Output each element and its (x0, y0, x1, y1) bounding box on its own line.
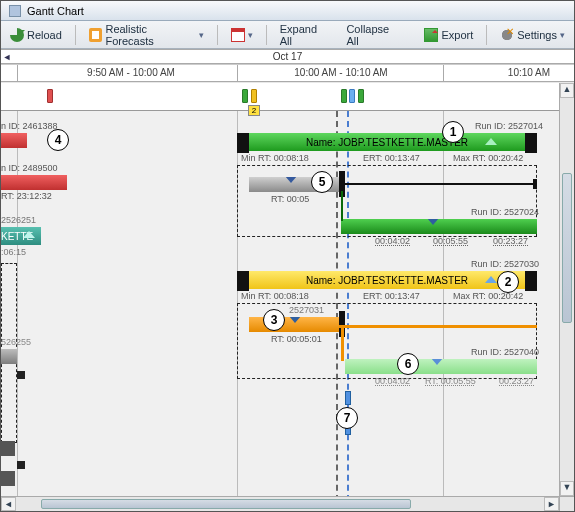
connector (17, 371, 25, 379)
scroll-thumb[interactable] (41, 499, 411, 509)
separator (75, 25, 76, 45)
settings-button[interactable]: Settings▾ (495, 25, 570, 45)
group-header-bar[interactable]: Name: JOBP.TESTKETTE.MASTER (249, 133, 525, 151)
run-id-label: 2527031 (289, 305, 324, 315)
window-titlebar: Gantt Chart (1, 1, 574, 21)
stat-label: Min RT: 00:08:18 (241, 291, 309, 301)
scroll-right-button[interactable]: ► (544, 497, 559, 511)
date-header: ◄ Oct 17 ► (1, 49, 574, 64)
expand-icon[interactable] (485, 276, 497, 283)
task-bar[interactable] (1, 133, 27, 148)
run-id-label: 526255 (1, 337, 31, 347)
scroll-down-button[interactable]: ▼ (560, 481, 574, 496)
marker-icon (427, 219, 439, 225)
forecasts-label: Realistic Forecasts (105, 23, 195, 47)
rt-label: RT: 00:05 (271, 194, 309, 204)
rt-label: RT: 00:05:01 (271, 334, 322, 344)
gantt-chart[interactable]: 2 n ID: 2461388 n ID: 2489500 RT: 23:12:… (1, 83, 574, 511)
expand-label: Expand All (280, 23, 331, 47)
connector (341, 191, 343, 221)
expand-all-button[interactable]: Expand All (275, 20, 336, 50)
overview-strip[interactable]: 2 (1, 83, 574, 111)
stat-label: Max RT: 00:20:42 (453, 291, 523, 301)
collapse-all-button[interactable]: Collapse All (341, 20, 407, 50)
overview-marker (242, 89, 248, 103)
task-bar[interactable] (345, 359, 537, 374)
window-title: Gantt Chart (27, 5, 84, 17)
bar-endcap (237, 271, 249, 291)
task-bar[interactable] (341, 219, 537, 234)
range-line (345, 183, 535, 185)
run-id-label: 2526251 (1, 215, 36, 225)
callout: 3 (263, 309, 285, 331)
calendar-icon (231, 28, 245, 42)
task-bar[interactable] (1, 349, 17, 364)
marker-icon (431, 359, 443, 365)
horizontal-scrollbar[interactable]: ◄ ► (1, 496, 559, 511)
date-label: Oct 17 (13, 51, 562, 62)
vertical-scrollbar[interactable]: ▲ ▼ (559, 83, 574, 496)
task-bar[interactable] (1, 441, 15, 456)
task-bar[interactable] (1, 471, 15, 486)
reload-button[interactable]: Reload (5, 25, 67, 45)
calendar-button[interactable]: ▾ (226, 25, 258, 45)
scroll-thumb[interactable] (562, 173, 572, 323)
task-bar[interactable] (1, 175, 67, 190)
export-icon (424, 28, 438, 42)
export-label: Export (441, 29, 473, 41)
chevron-down-icon: ▾ (248, 30, 253, 40)
scroll-up-button[interactable]: ▲ (560, 83, 574, 98)
callout: 6 (397, 353, 419, 375)
separator (217, 25, 218, 45)
rt-label: RT: 23:12:32 (1, 191, 52, 201)
time-slot: 10:10 AM (508, 67, 550, 78)
time-slot: 10:00 AM - 10:10 AM (294, 67, 387, 78)
run-id-label: Run ID: 2527030 (471, 259, 539, 269)
stat-label: 00:23:27 (499, 376, 534, 386)
range-tick (533, 179, 537, 189)
stat-label: 00:04:02 (375, 376, 410, 386)
marker-icon (285, 177, 297, 183)
stat-label: 00:23:27 (493, 236, 528, 246)
forecasts-button[interactable]: Realistic Forecasts▾ (84, 20, 209, 50)
export-button[interactable]: Export (419, 25, 478, 45)
expand-icon[interactable] (485, 138, 497, 145)
overview-marker (358, 89, 364, 103)
reload-label: Reload (27, 29, 62, 41)
toolbar: Reload Realistic Forecasts▾ ▾ Expand All… (1, 21, 574, 49)
gantt-icon (9, 5, 21, 17)
collapse-label: Collapse All (346, 23, 402, 47)
callout: 1 (442, 121, 464, 143)
stat-label: Min RT: 00:08:18 (241, 153, 309, 163)
group-header-bar[interactable]: KETTE (1, 227, 41, 245)
separator (266, 25, 267, 45)
forecast-icon (89, 28, 103, 42)
connector (17, 461, 25, 469)
expand-icon[interactable] (23, 231, 35, 238)
chevron-down-icon: ▾ (199, 30, 204, 40)
run-id-label: n ID: 2489500 (1, 163, 58, 173)
time-tick (345, 391, 351, 405)
run-id-label: Run ID: 2527040 (471, 347, 539, 357)
separator (486, 25, 487, 45)
connector (341, 325, 344, 361)
bar-endcap (525, 133, 537, 153)
rt-label: :06:15 (1, 247, 26, 257)
settings-label: Settings (517, 29, 557, 41)
settings-icon (500, 28, 514, 42)
overview-marker (47, 89, 53, 103)
scroll-left-button[interactable]: ◄ (1, 497, 16, 511)
prev-date-button[interactable]: ◄ (1, 52, 13, 62)
gantt-body[interactable]: n ID: 2461388 n ID: 2489500 RT: 23:12:32… (1, 111, 574, 511)
overview-marker (251, 89, 257, 103)
marker-icon (289, 317, 301, 323)
stat-label: ERT: 00:13:47 (363, 291, 420, 301)
callout: 7 (336, 407, 358, 429)
group-header-bar[interactable]: Name: JOBP.TESTKETTE.MASTER (249, 271, 525, 289)
callout: 5 (311, 171, 333, 193)
stat-label: RT: 00:05:55 (425, 376, 476, 386)
overview-marker (349, 89, 355, 103)
overview-marker (341, 89, 347, 103)
reload-icon (10, 28, 24, 42)
time-slot: 9:50 AM - 10:00 AM (87, 67, 175, 78)
